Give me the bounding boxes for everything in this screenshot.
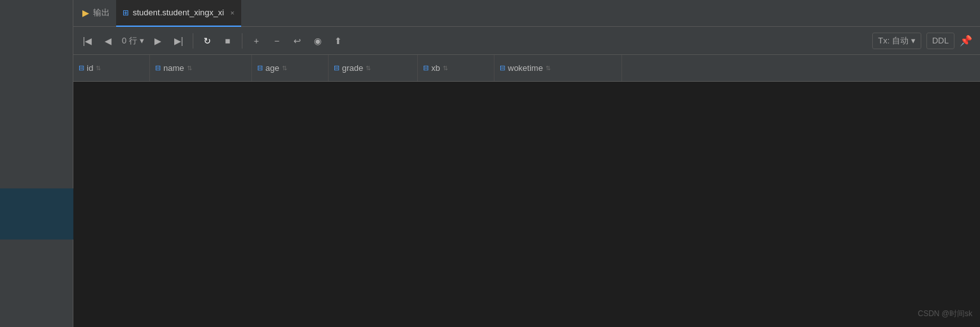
main-area: ▶ 输出 ⊞ student.student_xingx_xi × |◀ ◀ 0… xyxy=(73,0,980,327)
last-row-button[interactable]: ▶| xyxy=(170,32,188,50)
table-header: ⊟ id ⇅ ⊟ name ⇅ ⊟ age ⇅ ⊟ grade ⇅ ⊟ xb ⇅… xyxy=(73,55,980,82)
row-count: 0 行 xyxy=(122,35,137,47)
col-woketime-icon: ⊟ xyxy=(500,64,505,72)
tab-table[interactable]: ⊞ student.student_xingx_xi × xyxy=(116,0,241,27)
col-age-label: age xyxy=(265,63,279,73)
toolbar: |◀ ◀ 0 行 ▾ ▶ ▶| ↻ ■ + − ↩ ◉ ⬆ Tx: 自动 ▾ D… xyxy=(73,27,980,55)
tx-dropdown-arrow: ▾ xyxy=(911,36,916,45)
col-xb-sort[interactable]: ⇅ xyxy=(443,65,448,72)
left-panel xyxy=(0,0,73,327)
col-header-xb[interactable]: ⊟ xb ⇅ xyxy=(418,55,494,81)
row-info: 0 行 ▾ xyxy=(119,35,147,47)
col-grade-sort[interactable]: ⇅ xyxy=(366,65,371,72)
upload-button[interactable]: ⬆ xyxy=(329,32,347,50)
remove-row-button[interactable]: − xyxy=(268,32,286,50)
stop-button[interactable]: ■ xyxy=(219,32,237,50)
col-header-grade[interactable]: ⊟ grade ⇅ xyxy=(329,55,418,81)
add-row-button[interactable]: + xyxy=(248,32,265,50)
pin-button[interactable]: 📌 xyxy=(957,32,975,50)
col-header-name[interactable]: ⊟ name ⇅ xyxy=(150,55,252,81)
separator-1 xyxy=(193,33,193,49)
separator-2 xyxy=(242,33,242,49)
col-woketime-label: woketime xyxy=(508,63,543,73)
col-grade-label: grade xyxy=(342,63,363,73)
col-name-sort[interactable]: ⇅ xyxy=(187,65,192,72)
tab-table-label: student.student_xingx_xi xyxy=(133,8,224,17)
row-dropdown-arrow[interactable]: ▾ xyxy=(140,36,144,45)
tx-dropdown[interactable]: Tx: 自动 ▾ xyxy=(872,33,921,49)
ddl-button[interactable]: DDL xyxy=(926,33,954,49)
table-icon: ⊞ xyxy=(122,8,129,17)
col-xb-label: xb xyxy=(431,63,440,73)
tab-output[interactable]: ▶ 输出 xyxy=(76,0,116,27)
refresh-button[interactable]: ↻ xyxy=(198,32,216,50)
prev-row-button[interactable]: ◀ xyxy=(99,32,117,50)
col-id-icon: ⊟ xyxy=(78,64,84,72)
tab-output-label: 输出 xyxy=(93,7,110,19)
tab-close-icon[interactable]: × xyxy=(230,9,234,17)
col-header-woketime[interactable]: ⊟ woketime ⇅ xyxy=(494,55,622,81)
watermark: CSDN @时间sk xyxy=(917,308,972,319)
output-icon: ▶ xyxy=(82,8,89,18)
col-header-id[interactable]: ⊟ id ⇅ xyxy=(73,55,150,81)
tx-label: Tx: 自动 xyxy=(878,35,909,47)
col-woketime-sort[interactable]: ⇅ xyxy=(546,65,551,72)
first-row-button[interactable]: |◀ xyxy=(78,32,96,50)
col-xb-icon: ⊟ xyxy=(423,64,429,72)
table-body: CSDN @时间sk xyxy=(73,82,980,327)
left-panel-accent xyxy=(0,188,73,240)
col-id-sort[interactable]: ⇅ xyxy=(96,65,101,72)
col-name-label: name xyxy=(163,63,184,73)
col-header-age[interactable]: ⊟ age ⇅ xyxy=(252,55,329,81)
revert-button[interactable]: ◉ xyxy=(309,32,327,50)
col-age-icon: ⊟ xyxy=(257,64,263,72)
next-row-button[interactable]: ▶ xyxy=(149,32,167,50)
col-age-sort[interactable]: ⇅ xyxy=(282,65,287,72)
undo-button[interactable]: ↩ xyxy=(288,32,306,50)
col-name-icon: ⊟ xyxy=(155,64,161,72)
tab-bar: ▶ 输出 ⊞ student.student_xingx_xi × xyxy=(73,0,980,27)
col-id-label: id xyxy=(87,63,93,73)
col-grade-icon: ⊟ xyxy=(334,64,339,72)
